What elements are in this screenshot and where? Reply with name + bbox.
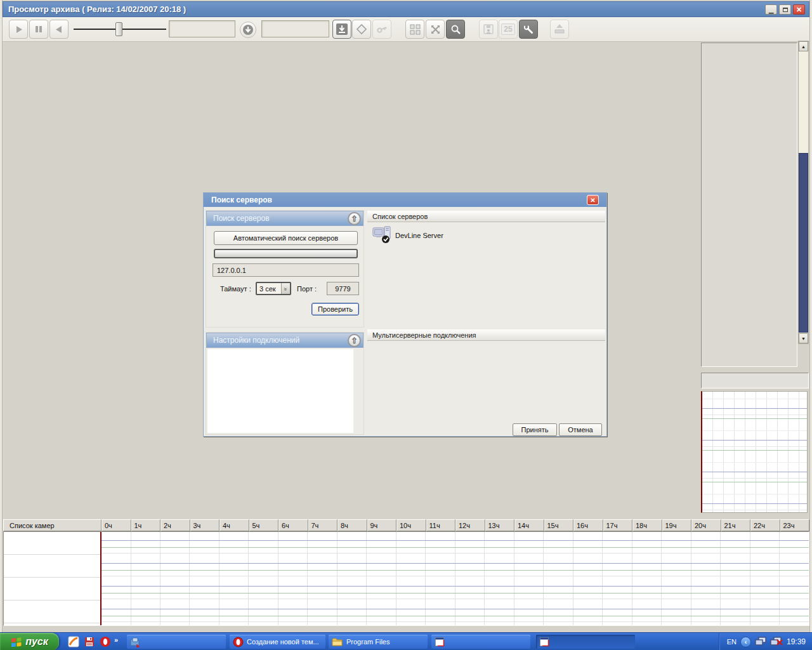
scrollbar-thumb[interactable] bbox=[799, 153, 808, 333]
eject-icon bbox=[553, 23, 566, 36]
taskbar-item[interactable]: Program Files bbox=[329, 635, 428, 649]
floppy-icon[interactable] bbox=[84, 636, 95, 647]
connections-list-area[interactable] bbox=[207, 349, 353, 433]
timeline-hour-header: 6ч bbox=[278, 519, 308, 531]
video-preview-panel bbox=[701, 43, 797, 367]
time-field[interactable] bbox=[169, 20, 235, 37]
taskbar-item[interactable]: Создание новой тем... bbox=[230, 635, 325, 649]
play-icon bbox=[14, 25, 23, 34]
multiserver-header: Мультисерверные подключения bbox=[367, 329, 605, 341]
export-frame-button[interactable] bbox=[332, 20, 351, 39]
network-disconnected-icon[interactable] bbox=[770, 637, 783, 647]
save-user-icon bbox=[483, 23, 494, 35]
calendar-grid[interactable] bbox=[701, 391, 808, 513]
frame-button[interactable] bbox=[352, 20, 371, 39]
play-backward-button[interactable] bbox=[49, 20, 69, 39]
pause-button[interactable] bbox=[29, 20, 48, 39]
timeline-hour-header: 4ч bbox=[219, 519, 249, 531]
fullscreen-icon bbox=[430, 24, 441, 35]
timeline-hour-header: 23ч bbox=[780, 519, 810, 531]
vertical-scrollbar[interactable]: ▲ ▼ bbox=[798, 41, 809, 344]
taskbar-item-active[interactable] bbox=[536, 635, 635, 649]
tray-collapse-chevron[interactable]: ‹ bbox=[740, 637, 751, 647]
app-swoosh-icon[interactable] bbox=[68, 636, 79, 647]
play-back-icon bbox=[55, 25, 64, 34]
network-icon[interactable] bbox=[755, 637, 766, 647]
export-frame-icon bbox=[336, 23, 348, 36]
timeline-body bbox=[3, 531, 809, 626]
window-app-icon bbox=[539, 637, 550, 647]
speed-slider-thumb[interactable] bbox=[115, 22, 122, 36]
folder-icon bbox=[332, 637, 343, 647]
taskbar-item[interactable] bbox=[431, 635, 530, 649]
language-indicator[interactable]: EN bbox=[727, 638, 737, 646]
key-icon bbox=[376, 23, 388, 36]
frames-25-icon: 25 bbox=[501, 23, 514, 35]
timeline-hour-header: 9ч bbox=[367, 519, 397, 531]
server-address-field[interactable]: 127.0.0.1 bbox=[213, 263, 359, 277]
connections-group: Настройки подключений ⇧ bbox=[206, 332, 364, 435]
chevron-down-icon[interactable]: » bbox=[281, 283, 290, 294]
timeline-hour-header: 8ч bbox=[337, 519, 367, 531]
fullscreen-button[interactable] bbox=[426, 20, 445, 39]
check-button[interactable]: Проверить bbox=[311, 303, 359, 315]
start-label: пуск bbox=[25, 636, 48, 647]
save-user-button[interactable] bbox=[479, 20, 498, 39]
window-titlebar[interactable]: Просмотр архива ( Релиз: 14/02/2007 20:1… bbox=[3, 1, 809, 17]
search-group: Поиск серверов ⇧ Автоматический поиск се… bbox=[206, 210, 364, 328]
dialog-close-button[interactable]: ✕ bbox=[587, 195, 599, 205]
timeline-hour-header: 3ч bbox=[190, 519, 220, 531]
collapse-up-button[interactable]: ⇧ bbox=[348, 212, 361, 225]
play-button[interactable] bbox=[9, 20, 28, 39]
goto-time-button[interactable] bbox=[240, 22, 256, 38]
collapse-up-button[interactable]: ⇧ bbox=[348, 334, 361, 347]
key-button[interactable] bbox=[372, 20, 391, 39]
server-computer-icon bbox=[372, 226, 391, 245]
dialog-titlebar[interactable]: Поиск серверов bbox=[204, 193, 606, 207]
clock[interactable]: 19:39 bbox=[787, 637, 806, 646]
frames-per-second-button[interactable]: 25 bbox=[499, 20, 518, 39]
scroll-down-button[interactable]: ▼ bbox=[799, 333, 808, 343]
port-label: Порт : bbox=[297, 285, 317, 293]
overflow-chevron-icon[interactable]: » bbox=[114, 636, 118, 644]
zoom-button[interactable] bbox=[446, 20, 465, 39]
opera-icon[interactable] bbox=[100, 636, 111, 647]
server-search-dialog: Поиск серверов ✕ Поиск серверов ⇧ Автома… bbox=[203, 192, 607, 437]
timeout-value: 3 сек bbox=[257, 283, 281, 294]
timeline-hour-header: 22ч bbox=[750, 519, 780, 531]
timeline-grid[interactable] bbox=[102, 532, 809, 625]
close-button[interactable]: ✕ bbox=[793, 4, 805, 15]
auto-search-button[interactable]: Автоматический поиск серверов bbox=[214, 231, 358, 245]
server-list-item[interactable]: DevLine Server bbox=[372, 226, 443, 245]
timeline-hour-header: 5ч bbox=[249, 519, 279, 531]
timeout-label: Таймаут : bbox=[220, 285, 251, 293]
restore-icon bbox=[783, 8, 788, 12]
cancel-button[interactable]: Отмена bbox=[559, 423, 602, 436]
network-folder-icon bbox=[130, 637, 141, 647]
search-time-field[interactable] bbox=[261, 20, 329, 37]
search-progress-bar bbox=[214, 249, 358, 258]
timeline-hour-header: 0ч bbox=[102, 519, 131, 531]
info-panel bbox=[701, 373, 809, 388]
accept-button[interactable]: Принять bbox=[513, 423, 557, 436]
pause-icon bbox=[34, 25, 43, 34]
timeline-hour-header: 10ч bbox=[396, 519, 426, 531]
timeline-hour-header: 17ч bbox=[603, 519, 633, 531]
timeout-select[interactable]: 3 сек » bbox=[256, 282, 291, 295]
toolbar: 25 bbox=[3, 17, 809, 42]
server-name: DevLine Server bbox=[395, 232, 443, 239]
taskbar-item[interactable] bbox=[127, 635, 226, 649]
grid-layout-button[interactable] bbox=[405, 20, 424, 39]
window-frame-right bbox=[809, 0, 812, 632]
settings-button[interactable] bbox=[519, 20, 538, 39]
restore-button[interactable] bbox=[779, 4, 791, 15]
scroll-up-button[interactable]: ▲ bbox=[799, 41, 808, 51]
server-list-header: Список серверов bbox=[367, 211, 605, 222]
settings-wrench-icon bbox=[523, 23, 534, 35]
start-button[interactable]: пуск bbox=[0, 633, 59, 650]
camera-list-area[interactable] bbox=[4, 532, 100, 625]
timeline-hour-header: 1ч bbox=[131, 519, 161, 531]
minimize-button[interactable]: ▁ bbox=[765, 4, 777, 15]
eject-button[interactable] bbox=[550, 20, 569, 39]
port-field[interactable]: 9779 bbox=[327, 282, 359, 295]
